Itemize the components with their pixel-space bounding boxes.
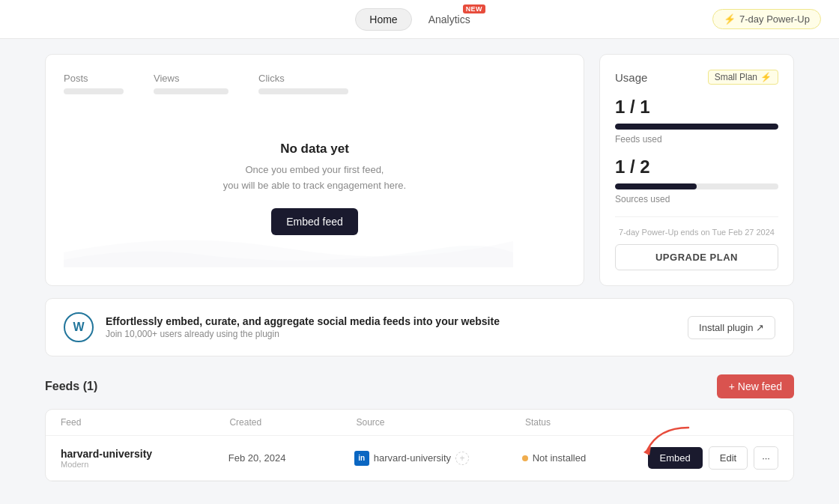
feed-status-cell: Not installed bbox=[522, 452, 648, 464]
usage-header: Usage Small Plan ⚡ bbox=[615, 70, 778, 85]
usage-title: Usage bbox=[615, 71, 647, 84]
feed-name: harvard-university bbox=[61, 448, 228, 460]
col-header-feed: Feed bbox=[61, 417, 229, 428]
no-data-title: No data yet bbox=[280, 142, 349, 157]
stat-clicks: Clicks bbox=[258, 73, 348, 94]
stat-views: Views bbox=[154, 73, 228, 94]
feeds-table: Feed Created Source Status harvard-unive… bbox=[45, 409, 794, 482]
sources-progress-bar-bg bbox=[615, 183, 778, 189]
top-section: Posts Views Clicks No data yet bbox=[45, 54, 794, 286]
tab-home-label: Home bbox=[369, 13, 397, 25]
embed-button[interactable]: Embed bbox=[648, 447, 703, 469]
feed-status-text: Not installed bbox=[533, 452, 587, 464]
wp-banner-subtitle: Join 10,000+ users already using the plu… bbox=[106, 329, 676, 339]
feed-actions-cell: Embed Edit ··· bbox=[648, 446, 778, 470]
sources-used-number: 1 / 2 bbox=[615, 157, 778, 177]
tab-home[interactable]: Home bbox=[355, 8, 411, 31]
wave-background bbox=[64, 222, 513, 267]
sources-used-label: Sources used bbox=[615, 194, 778, 204]
lightning-icon: ⚡ bbox=[724, 13, 736, 25]
main-content: Posts Views Clicks No data yet bbox=[0, 39, 839, 497]
linkedin-icon: in bbox=[354, 451, 369, 466]
feeds-used-number: 1 / 1 bbox=[615, 97, 778, 118]
upgrade-plan-button[interactable]: UPGRADE PLAN bbox=[615, 244, 778, 270]
stat-posts: Posts bbox=[64, 73, 124, 94]
status-dot bbox=[522, 455, 528, 461]
col-header-status: Status bbox=[525, 417, 652, 428]
feed-style: Modern bbox=[61, 460, 228, 469]
wp-banner-title: Effortlessly embed, curate, and aggregat… bbox=[106, 315, 676, 327]
plan-label: Small Plan bbox=[715, 72, 757, 82]
install-plugin-button[interactable]: Install plugin ↗ bbox=[688, 316, 775, 339]
feed-name-cell: harvard-university Modern bbox=[61, 448, 228, 469]
analytics-card: Posts Views Clicks No data yet bbox=[45, 54, 584, 286]
no-data-line1: Once you embed your first feed, bbox=[246, 164, 384, 175]
feeds-used-label: Feeds used bbox=[615, 134, 778, 145]
nav-tabs: Home Analytics NEW bbox=[355, 8, 483, 31]
divider bbox=[615, 216, 778, 217]
power-up-label: 7-day Power-Up bbox=[739, 13, 810, 25]
wp-logo-text: W bbox=[73, 321, 84, 334]
feed-created-date: Feb 20, 2024 bbox=[228, 452, 354, 464]
wordpress-banner: W Effortlessly embed, curate, and aggreg… bbox=[45, 298, 794, 356]
stat-posts-label: Posts bbox=[64, 73, 124, 84]
wp-text-block: Effortlessly embed, curate, and aggregat… bbox=[106, 315, 676, 339]
feeds-header: Feeds (1) + New feed bbox=[45, 374, 794, 398]
feeds-section-title: Feeds (1) bbox=[45, 380, 97, 393]
col-header-actions bbox=[652, 417, 778, 428]
usage-card: Usage Small Plan ⚡ 1 / 1 Feeds used 1 / … bbox=[599, 54, 794, 286]
feed-source-name: harvard-university bbox=[374, 452, 451, 464]
new-feed-button[interactable]: + New feed bbox=[717, 374, 794, 398]
col-header-source: Source bbox=[356, 417, 524, 428]
header: Home Analytics NEW ⚡ 7-day Power-Up bbox=[0, 0, 839, 39]
power-up-button[interactable]: ⚡ 7-day Power-Up bbox=[712, 9, 821, 29]
plan-lightning-icon: ⚡ bbox=[760, 72, 772, 82]
col-header-created: Created bbox=[229, 417, 356, 428]
stat-views-bar bbox=[154, 88, 228, 94]
stat-clicks-bar bbox=[258, 88, 348, 94]
analytics-stats: Posts Views Clicks bbox=[64, 73, 566, 94]
power-up-hint: 7-day Power-Up ends on Tue Feb 27 2024 bbox=[615, 228, 778, 237]
table-row: harvard-university Modern Feb 20, 2024 i… bbox=[46, 436, 793, 481]
no-data-line2: you will be able to track engagement her… bbox=[223, 180, 406, 191]
feeds-progress-bar-fill bbox=[615, 124, 778, 130]
feed-source-cell: in harvard-university + bbox=[354, 451, 522, 466]
table-row-wrapper: harvard-university Modern Feb 20, 2024 i… bbox=[46, 436, 793, 481]
stat-posts-bar bbox=[64, 88, 124, 94]
tab-analytics-label: Analytics bbox=[428, 13, 470, 25]
stat-clicks-label: Clicks bbox=[258, 73, 348, 84]
table-header: Feed Created Source Status bbox=[46, 410, 793, 436]
more-options-button[interactable]: ··· bbox=[754, 446, 778, 470]
edit-button[interactable]: Edit bbox=[709, 446, 748, 470]
no-data-description: Once you embed your first feed, you will… bbox=[223, 163, 406, 194]
plan-badge: Small Plan ⚡ bbox=[708, 70, 778, 85]
wordpress-logo: W bbox=[64, 312, 94, 342]
stat-views-label: Views bbox=[154, 73, 228, 84]
tab-analytics[interactable]: Analytics NEW bbox=[415, 9, 484, 30]
add-source-button[interactable]: + bbox=[455, 452, 469, 465]
sources-progress-bar-fill bbox=[615, 183, 697, 189]
new-badge: NEW bbox=[463, 4, 485, 13]
no-data-section: No data yet Once you embed your first fe… bbox=[64, 109, 566, 267]
feeds-progress-bar-bg bbox=[615, 124, 778, 130]
